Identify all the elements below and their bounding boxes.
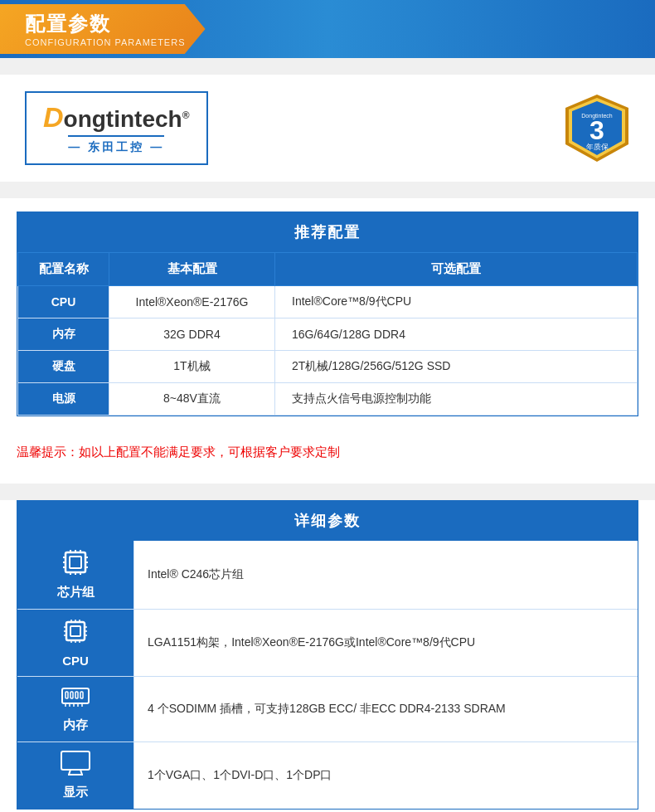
detail-row: 显示1个VGA口、1个DVI-D口、1个DP口 bbox=[17, 742, 638, 809]
chip-icon bbox=[62, 549, 89, 580]
header-banner: 配置参数 CONFIGURATION PARAMETERS bbox=[0, 0, 655, 58]
logo-rest: ongtintech bbox=[64, 106, 182, 132]
detail-icon-label: CPU bbox=[17, 610, 133, 676]
row-optional: 16G/64G/128G DDR4 bbox=[275, 318, 638, 351]
col-basic-header: 基本配置 bbox=[109, 253, 275, 286]
spacer-4 bbox=[0, 484, 655, 500]
svg-text:3: 3 bbox=[590, 115, 604, 145]
detail-table-container: 详细参数 芯片组Intel® C246芯片组CPULGA1151构架，Intel… bbox=[17, 500, 638, 810]
detail-section: 详细参数 芯片组Intel® C246芯片组CPULGA1151构架，Intel… bbox=[0, 500, 655, 812]
row-optional: Intel®Core™8/9代CPU bbox=[275, 286, 638, 318]
recommended-table-row: CPUIntel®Xeon®E-2176GIntel®Core™8/9代CPU bbox=[18, 286, 638, 318]
cpu-icon bbox=[62, 618, 89, 649]
col-optional-header: 可选配置 bbox=[275, 253, 638, 286]
row-optional: 支持点火信号电源控制功能 bbox=[275, 383, 638, 416]
svg-rect-38 bbox=[80, 692, 83, 698]
spacer-1 bbox=[0, 58, 655, 75]
detail-icon-label: 内存 bbox=[17, 677, 133, 741]
logo-brand: Dongtintech® bbox=[43, 101, 190, 134]
recommended-table-header: 推荐配置 bbox=[17, 212, 638, 252]
detail-label: 显示 bbox=[63, 785, 88, 800]
logo-section: Dongtintech® — 东田工控 — Dongtintech 3 年质保 bbox=[0, 75, 655, 182]
row-optional: 2T机械/128G/256G/512G SSD bbox=[275, 351, 638, 383]
detail-value: 4 个SODIMM 插槽，可支持128GB ECC/ 非ECC DDR4-213… bbox=[133, 677, 638, 741]
header-title-zh: 配置参数 bbox=[25, 11, 186, 37]
col-name-header: 配置名称 bbox=[18, 253, 109, 286]
svg-rect-44 bbox=[61, 751, 90, 770]
detail-row: CPULGA1151构架，Intel®Xeon®E-2176G或Intel®Co… bbox=[17, 610, 638, 677]
spacer-3 bbox=[0, 475, 655, 484]
detail-value: 1个VGA口、1个DVI-D口、1个DP口 bbox=[133, 742, 638, 809]
detail-label: 芯片组 bbox=[57, 585, 95, 600]
recommended-table-container: 推荐配置 配置名称 基本配置 可选配置 CPUIntel®Xeon®E-2176… bbox=[17, 212, 638, 416]
header-title-block: 配置参数 CONFIGURATION PARAMETERS bbox=[0, 4, 206, 54]
ram-icon bbox=[61, 685, 90, 712]
svg-rect-6 bbox=[66, 552, 85, 572]
detail-row: 内存4 个SODIMM 插槽，可支持128GB ECC/ 非ECC DDR4-2… bbox=[17, 677, 638, 742]
warranty-badge: Dongtintech 3 年质保 bbox=[564, 95, 630, 162]
svg-text:年质保: 年质保 bbox=[586, 143, 609, 151]
detail-value: Intel® C246芯片组 bbox=[133, 541, 638, 609]
svg-rect-21 bbox=[70, 626, 80, 636]
recommended-table: 配置名称 基本配置 可选配置 CPUIntel®Xeon®E-2176GInte… bbox=[17, 252, 638, 416]
logo-box: Dongtintech® — 东田工控 — bbox=[25, 91, 208, 165]
row-label: 硬盘 bbox=[18, 351, 109, 383]
row-label: 电源 bbox=[18, 383, 109, 416]
row-basic: 1T机械 bbox=[109, 351, 275, 383]
detail-icon-label: 显示 bbox=[17, 742, 133, 809]
svg-rect-7 bbox=[70, 557, 81, 568]
warranty-shield-svg: Dongtintech 3 年质保 bbox=[564, 93, 630, 163]
svg-rect-37 bbox=[75, 692, 78, 698]
row-basic: 32G DDR4 bbox=[109, 318, 275, 351]
detail-label: CPU bbox=[62, 654, 89, 668]
detail-rows: 芯片组Intel® C246芯片组CPULGA1151构架，Intel®Xeon… bbox=[17, 541, 638, 809]
svg-rect-20 bbox=[66, 622, 85, 640]
detail-icon-label: 芯片组 bbox=[17, 541, 133, 609]
logo-subtitle: — 东田工控 — bbox=[68, 135, 164, 155]
detail-header: 详细参数 bbox=[17, 501, 638, 541]
header-title-en: CONFIGURATION PARAMETERS bbox=[25, 37, 186, 47]
row-basic: Intel®Xeon®E-2176G bbox=[109, 286, 275, 318]
recommended-table-row: 硬盘1T机械2T机械/128G/256G/512G SSD bbox=[18, 351, 638, 383]
row-basic: 8~48V直流 bbox=[109, 383, 275, 416]
logo-D: D bbox=[43, 101, 64, 133]
row-label: 内存 bbox=[18, 318, 109, 351]
recommended-table-row: 电源8~48V直流支持点火信号电源控制功能 bbox=[18, 383, 638, 416]
logo-reg: ® bbox=[182, 109, 190, 121]
svg-rect-35 bbox=[66, 692, 68, 698]
detail-label: 内存 bbox=[63, 717, 88, 733]
tip-text: 温馨提示：如以上配置不能满足要求，可根据客户要求定制 bbox=[0, 430, 655, 475]
recommended-config-section: 推荐配置 配置名称 基本配置 可选配置 CPUIntel®Xeon®E-2176… bbox=[0, 198, 655, 430]
detail-value: LGA1151构架，Intel®Xeon®E-2176G或Intel®Core™… bbox=[133, 610, 638, 676]
row-label: CPU bbox=[18, 286, 109, 318]
svg-rect-36 bbox=[70, 692, 73, 698]
display-icon bbox=[61, 751, 90, 780]
recommended-table-row: 内存32G DDR416G/64G/128G DDR4 bbox=[18, 318, 638, 351]
detail-row: 芯片组Intel® C246芯片组 bbox=[17, 541, 638, 610]
spacer-2 bbox=[0, 182, 655, 198]
